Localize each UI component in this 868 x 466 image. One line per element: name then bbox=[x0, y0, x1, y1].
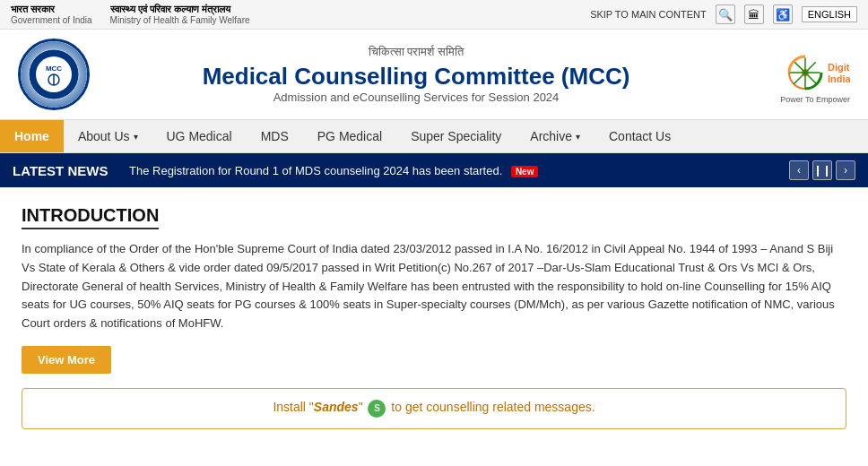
chevron-down-icon: ▾ bbox=[134, 132, 138, 142]
intro-body: In compliance of the Order of the Hon'bl… bbox=[22, 240, 846, 333]
header-subtitle: Admission and eCounselling Services for … bbox=[99, 91, 733, 104]
mcc-logo-inner: MCC bbox=[21, 41, 87, 108]
header-hindi-title: चिकित्सा परामर्श समिति bbox=[99, 45, 733, 59]
svg-text:India: India bbox=[828, 73, 850, 84]
govt-ministry-line1: स्वास्थ्य एवं परिवार कल्याण मंत्रालय bbox=[110, 4, 250, 15]
digital-india-container: Digital India Power To Empower bbox=[733, 46, 850, 104]
news-bar: LATEST NEWS The Registration for Round 1… bbox=[0, 153, 868, 187]
header-main-title: Medical Counselling Committee (MCC) bbox=[99, 63, 733, 91]
header: MCC चिकित्सा परामर्श समिति Medical Couns… bbox=[0, 30, 868, 119]
govt-info: भारत सरकार Government of India स्वास्थ्य… bbox=[11, 4, 250, 25]
news-text: The Registration for Round 1 of MDS coun… bbox=[129, 164, 780, 177]
view-more-button[interactable]: View More bbox=[22, 346, 111, 374]
sandes-brand: Sandes bbox=[314, 400, 359, 414]
digital-india-logo: Digital India Power To Empower bbox=[780, 46, 850, 104]
mcc-logo-container: MCC bbox=[18, 39, 99, 110]
govt-ministry: स्वास्थ्य एवं परिवार कल्याण मंत्रालय Min… bbox=[110, 4, 250, 25]
skip-to-main-link[interactable]: SKIP TO MAIN CONTENT bbox=[590, 9, 707, 20]
digital-india-tagline: Power To Empower bbox=[780, 95, 850, 104]
news-prev-button[interactable]: ‹ bbox=[789, 160, 809, 180]
nav-item-mds[interactable]: MDS bbox=[247, 120, 303, 152]
svg-line-14 bbox=[794, 73, 805, 84]
nav-item-about-us[interactable]: About Us ▾ bbox=[64, 120, 152, 152]
chevron-down-icon-2: ▾ bbox=[576, 132, 580, 142]
mcc-logo-svg: MCC bbox=[27, 47, 81, 101]
top-bar-right: SKIP TO MAIN CONTENT 🔍 🏛 ♿ ENGLISH bbox=[590, 4, 857, 24]
sitemap-icon[interactable]: 🏛 bbox=[744, 4, 764, 24]
nav-item-contact-us[interactable]: Contact Us bbox=[595, 120, 685, 152]
mcc-logo: MCC bbox=[18, 39, 90, 110]
sandes-text: Install "Sandes" S to get counselling re… bbox=[273, 400, 595, 414]
news-controls: ‹ ❙❙ › bbox=[789, 160, 855, 180]
nav-item-archive[interactable]: Archive ▾ bbox=[516, 120, 595, 152]
main-content: INTRODUCTION In compliance of the Order … bbox=[0, 187, 868, 447]
nav-item-pg-medical[interactable]: PG Medical bbox=[303, 120, 396, 152]
search-icon[interactable]: 🔍 bbox=[716, 4, 735, 24]
govt-ministry-line2: Ministry of Health & Family Welfare bbox=[110, 15, 250, 25]
nav-item-home[interactable]: Home bbox=[0, 120, 64, 152]
svg-text:Digital: Digital bbox=[828, 62, 850, 73]
nav-item-super-speciality[interactable]: Super Speciality bbox=[396, 120, 516, 152]
news-next-button[interactable]: › bbox=[836, 160, 855, 180]
navigation: Home About Us ▾ UG Medical MDS PG Medica… bbox=[0, 119, 868, 153]
sandes-banner: Install "Sandes" S to get counselling re… bbox=[22, 388, 846, 429]
svg-text:MCC: MCC bbox=[46, 65, 62, 73]
language-button[interactable]: ENGLISH bbox=[802, 6, 857, 22]
news-label: LATEST NEWS bbox=[13, 163, 129, 178]
govt-india: भारत सरकार Government of India bbox=[11, 4, 92, 25]
news-badge: New bbox=[511, 166, 539, 177]
svg-line-11 bbox=[794, 61, 805, 73]
nav-item-ug-medical[interactable]: UG Medical bbox=[152, 120, 247, 152]
govt-india-line1: भारत सरकार bbox=[11, 4, 92, 15]
accessibility-icon[interactable]: ♿ bbox=[773, 4, 793, 24]
intro-title: INTRODUCTION bbox=[22, 205, 159, 229]
govt-india-line2: Government of India bbox=[11, 15, 92, 25]
svg-line-12 bbox=[805, 73, 817, 84]
svg-line-13 bbox=[805, 61, 817, 73]
digital-india-svg: Digital India bbox=[787, 46, 850, 99]
sandes-icon: S bbox=[368, 400, 386, 418]
header-center: चिकित्सा परामर्श समिति Medical Counselli… bbox=[99, 45, 733, 104]
top-bar: भारत सरकार Government of India स्वास्थ्य… bbox=[0, 0, 868, 30]
news-pause-button[interactable]: ❙❙ bbox=[812, 160, 832, 180]
